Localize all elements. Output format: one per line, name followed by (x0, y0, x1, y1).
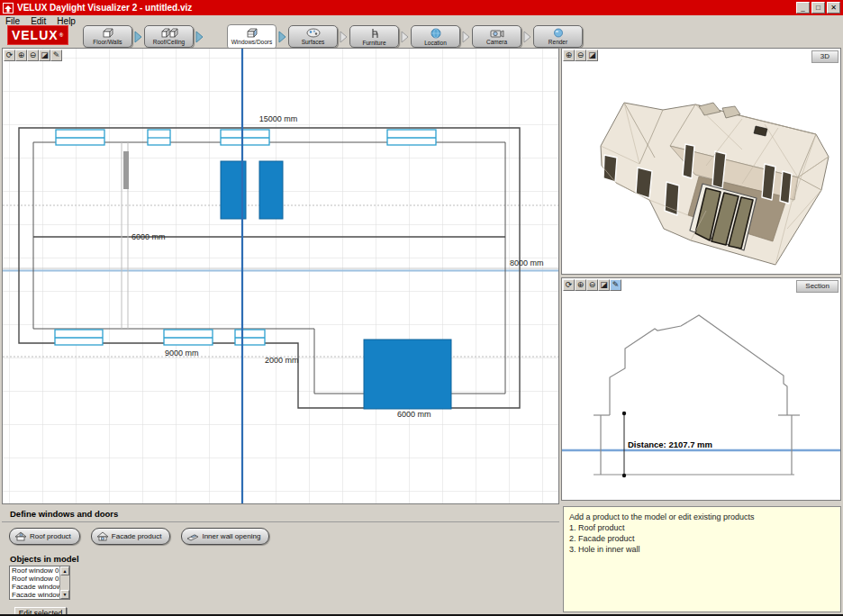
tab-camera[interactable]: Camera (472, 25, 521, 48)
chair-icon (369, 28, 380, 39)
scroll-up-icon[interactable]: ▲ (60, 566, 69, 575)
roof-window-02[interactable] (259, 161, 283, 219)
window-cube-icon (245, 28, 258, 38)
objects-listbox[interactable]: Roof window 01 Roof window 02 Facade win… (9, 566, 70, 600)
dim-label: 2000 mm (265, 356, 299, 365)
zoom-out-icon[interactable]: ⊖ (27, 50, 39, 61)
app-window: VELUX Daylight Visualizer 2 - untitled.v… (0, 0, 843, 616)
fit-view-icon[interactable]: ◪ (598, 279, 610, 291)
plan-canvas[interactable]: 15000 mm 6000 mm 8000 mm 9000 mm 2000 mm… (3, 49, 558, 503)
zoom-out-icon[interactable]: ⊖ (575, 50, 586, 61)
workflow-arrow (195, 31, 204, 43)
menu-edit[interactable]: Edit (25, 16, 51, 26)
scroll-down-icon[interactable]: ▼ (60, 590, 69, 599)
section-view-panel: ⟳ ⊕ ⊖ ◪ ✎ Section Distance: 2107.7 (561, 277, 841, 501)
3d-view-panel: ⊕ ⊖ ◪ 3D (561, 48, 841, 275)
define-panel: Define windows and doors Roof product Fa… (2, 506, 559, 612)
facade-product-button[interactable]: Facade product (91, 528, 171, 545)
3d-canvas[interactable] (562, 49, 840, 274)
list-scrollbar[interactable]: ▲ ▼ (59, 566, 69, 599)
view-label-3d: 3D (811, 50, 838, 63)
help-panel: Add a product to the model or edit exist… (563, 506, 841, 612)
zoom-in-icon[interactable]: ⊕ (575, 279, 586, 291)
section-toolbar: ⟳ ⊕ ⊖ ◪ ✎ (563, 279, 621, 291)
dim-label: 6000 mm (397, 410, 431, 419)
render-sphere-icon (552, 28, 565, 38)
app-icon (3, 3, 14, 14)
rotate-icon[interactable]: ⟳ (563, 279, 575, 291)
tab-location[interactable]: Location (411, 25, 460, 48)
3d-toolbar: ⊕ ⊖ ◪ (563, 50, 598, 61)
define-header: Define windows and doors (2, 506, 559, 522)
dim-label: 15000 mm (259, 114, 298, 123)
title-bar: VELUX Daylight Visualizer 2 - untitled.v… (0, 0, 843, 15)
edit-selected-button[interactable]: Edit selected (14, 607, 67, 616)
menu-help[interactable]: Help (51, 16, 81, 26)
help-line: 3. Hole in inner wall (569, 544, 835, 555)
workflow-arrow (278, 31, 286, 43)
tab-furniture[interactable]: Furniture (349, 25, 399, 48)
fit-view-icon[interactable]: ◪ (39, 50, 50, 61)
close-button[interactable]: ✕ (827, 2, 840, 14)
tab-windows-doors[interactable]: Windows/Doors (227, 24, 276, 50)
large-facade-window[interactable] (364, 340, 451, 409)
dim-label: 6000 mm (131, 232, 166, 241)
maximize-button[interactable]: □ (811, 2, 825, 14)
product-buttons: Roof product Facade product Inner wall o… (9, 528, 559, 545)
measure-icon[interactable]: ✎ (610, 279, 621, 291)
view-label-section: Section (796, 280, 838, 293)
help-line: 2. Facade product (569, 533, 835, 544)
tab-roof-ceiling[interactable]: Roof/Ceiling (144, 25, 194, 48)
zoom-out-icon[interactable]: ⊖ (586, 279, 598, 291)
zoom-in-icon[interactable]: ⊕ (15, 50, 27, 61)
tab-surfaces[interactable]: Surfaces (288, 25, 338, 48)
inner-wall-icon (186, 531, 199, 541)
help-line: Add a product to the model or edit exist… (569, 512, 835, 522)
workflow-arrow (462, 31, 470, 43)
globe-icon (431, 28, 441, 39)
objects-header: Objects in model (10, 554, 559, 564)
menu-file[interactable]: File (0, 16, 25, 26)
plan-toolbar: ⟳ ⊕ ⊖ ◪ ✎ (4, 50, 62, 61)
double-cube-icon (160, 28, 178, 38)
camera-icon (490, 28, 504, 38)
workflow-arrow (134, 31, 142, 43)
workflow-toolbar: Floor/Walls Roof/Ceiling (83, 25, 583, 48)
plan-view-panel: ⟳ ⊕ ⊖ ◪ ✎ (2, 48, 559, 504)
workflow-arrow (523, 31, 531, 43)
rotate-icon[interactable]: ⟳ (4, 50, 15, 61)
dim-label: 9000 mm (165, 349, 199, 358)
palette-icon (306, 28, 321, 38)
wall-opening-marker (123, 151, 129, 189)
tab-floor-walls[interactable]: Floor/Walls (83, 25, 132, 48)
zoom-in-icon[interactable]: ⊕ (563, 50, 575, 61)
cube-icon (101, 28, 114, 38)
velux-logo: VELUX® (7, 25, 68, 45)
section-canvas[interactable]: Distance: 2107.7 mm (562, 278, 840, 500)
tab-render[interactable]: Render (533, 25, 583, 48)
measure-icon[interactable]: ✎ (50, 50, 62, 61)
workflow-arrow (401, 31, 409, 43)
roof-product-icon (14, 531, 27, 541)
help-line: 1. Roof product (569, 522, 835, 533)
workflow-arrow (340, 31, 348, 43)
fit-view-icon[interactable]: ◪ (586, 50, 598, 61)
window-title: VELUX Daylight Visualizer 2 - untitled.v… (17, 3, 794, 13)
minimize-button[interactable]: _ (796, 2, 810, 14)
roof-product-button[interactable]: Roof product (9, 528, 80, 545)
distance-label: Distance: 2107.7 mm (628, 439, 712, 449)
facade-product-icon (96, 531, 109, 541)
inner-wall-opening-button[interactable]: Inner wall opening (181, 528, 269, 545)
dim-label: 8000 mm (510, 258, 544, 267)
